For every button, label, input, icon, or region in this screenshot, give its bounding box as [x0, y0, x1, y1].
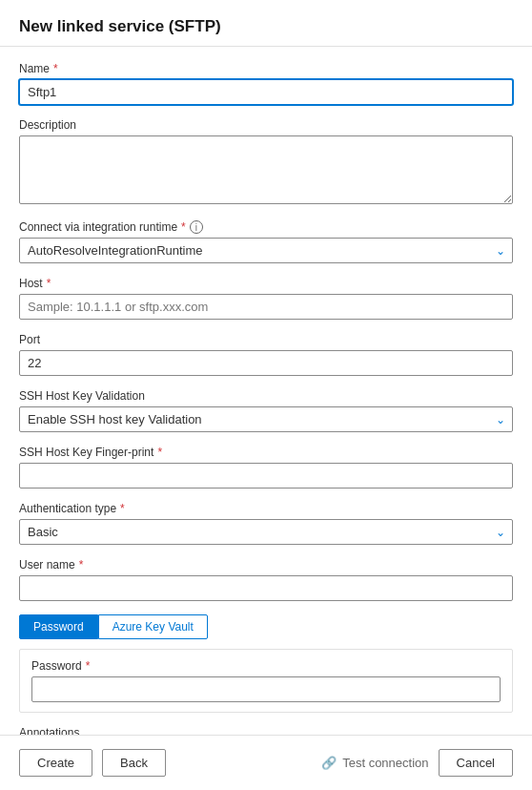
ssh-validation-label: SSH Host Key Validation: [19, 389, 513, 403]
name-label: Name *: [19, 62, 513, 75]
ssh-validation-field-group: SSH Host Key Validation Enable SSH host …: [19, 389, 513, 432]
auth-type-required-star: *: [120, 502, 125, 515]
description-field-group: Description: [19, 118, 513, 207]
panel-footer: Create Back 🔗 Test connection Cancel: [0, 735, 532, 790]
test-connection-label: Test connection: [342, 756, 428, 770]
password-field-label: Password *: [31, 659, 501, 673]
username-required-star: *: [79, 558, 84, 572]
port-input[interactable]: [19, 350, 513, 376]
runtime-select-wrapper: AutoResolveIntegrationRuntime ⌄: [19, 238, 513, 263]
panel-title: New linked service (SFTP): [19, 17, 221, 35]
footer-right: 🔗 Test connection Cancel: [321, 749, 513, 777]
password-section: Password Azure Key Vault Password *: [19, 614, 513, 713]
host-field-group: Host *: [19, 277, 513, 320]
host-label: Host *: [19, 277, 513, 290]
description-label: Description: [19, 118, 513, 132]
annotations-label: Annotations: [19, 726, 513, 735]
password-tab[interactable]: Password: [19, 614, 98, 639]
cancel-button[interactable]: Cancel: [439, 749, 513, 777]
create-button[interactable]: Create: [19, 749, 92, 777]
password-input[interactable]: [31, 676, 501, 702]
auth-type-select-wrapper: Basic ⌄: [19, 519, 513, 545]
auth-type-select[interactable]: Basic: [19, 519, 513, 545]
password-content: Password *: [19, 649, 513, 713]
port-label: Port: [19, 333, 513, 346]
password-tab-row: Password Azure Key Vault: [19, 614, 513, 639]
panel-body: Name * Description Connect via integrati…: [0, 47, 532, 735]
username-label: User name *: [19, 558, 513, 572]
runtime-field-group: Connect via integration runtime * i Auto…: [19, 220, 513, 263]
azure-keyvault-tab[interactable]: Azure Key Vault: [98, 614, 208, 639]
name-field-group: Name *: [19, 62, 513, 105]
auth-type-field-group: Authentication type * Basic ⌄: [19, 502, 513, 545]
username-field-group: User name *: [19, 558, 513, 601]
ssh-fingerprint-required-star: *: [157, 446, 162, 459]
password-required-star: *: [86, 659, 91, 673]
back-button[interactable]: Back: [102, 749, 166, 777]
ssh-fingerprint-input[interactable]: [19, 463, 513, 489]
username-input[interactable]: [19, 575, 513, 601]
plug-icon: 🔗: [321, 756, 337, 770]
host-input[interactable]: [19, 294, 513, 320]
name-input[interactable]: [19, 79, 513, 105]
description-input[interactable]: [19, 135, 513, 204]
port-field-group: Port: [19, 333, 513, 376]
test-connection-button[interactable]: 🔗 Test connection: [321, 756, 428, 770]
panel-header: New linked service (SFTP): [0, 0, 532, 47]
runtime-info-icon[interactable]: i: [190, 220, 203, 234]
runtime-label: Connect via integration runtime * i: [19, 220, 513, 234]
annotations-section: Annotations + New: [19, 726, 513, 735]
ssh-validation-select[interactable]: Enable SSH host key Validation: [19, 406, 513, 432]
host-required-star: *: [47, 277, 51, 290]
ssh-fingerprint-label: SSH Host Key Finger-print *: [19, 446, 513, 459]
ssh-fingerprint-field-group: SSH Host Key Finger-print *: [19, 446, 513, 489]
auth-type-label: Authentication type *: [19, 502, 513, 515]
ssh-validation-select-wrapper: Enable SSH host key Validation ⌄: [19, 406, 513, 432]
sftp-linked-service-panel: New linked service (SFTP) Name * Descrip…: [0, 0, 532, 790]
runtime-required-star: *: [181, 220, 186, 234]
name-required-star: *: [53, 62, 58, 75]
runtime-select[interactable]: AutoResolveIntegrationRuntime: [19, 238, 513, 263]
